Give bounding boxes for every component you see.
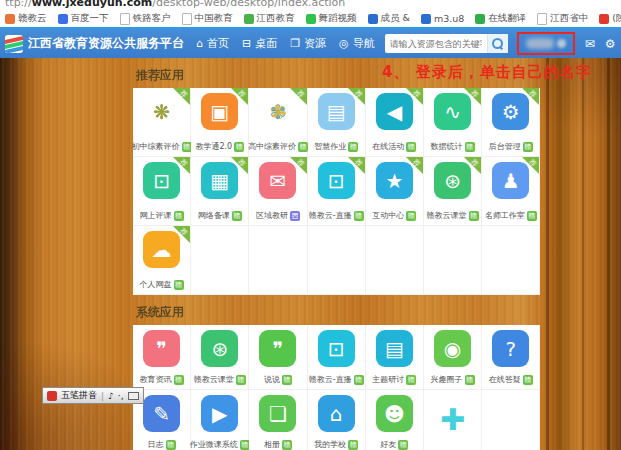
app-tile-赣教云课堂[interactable]: 荐⊛赣教云课堂赣 — [424, 157, 482, 226]
nav-item-资源[interactable]: ❐资源 — [290, 36, 326, 51]
bookmark-item[interactable]: 中国教育 — [182, 12, 233, 25]
favicon-icon — [421, 14, 431, 24]
empty-tile — [424, 226, 482, 295]
bookmark-item[interactable]: 江西教育 — [244, 12, 295, 25]
app-tile-网络备课[interactable]: 荐▦网络备课赣 — [191, 157, 249, 226]
pinwheel-icon: ✾✾ — [259, 93, 296, 130]
empty-tile — [249, 226, 307, 295]
app-tile-后台管理[interactable]: 荐⚙后台管理赣 — [482, 88, 540, 157]
app-tile-我的学校[interactable]: ⌂我的学校赣 — [308, 390, 366, 450]
app-tile-在线活动[interactable]: 荐◀在线活动赣 — [366, 88, 424, 157]
cloud-drive-icon: ☁ — [143, 231, 180, 268]
province-badge: 赣 — [174, 211, 184, 221]
screen: ttp://www.jxeduyun.com/desktop-web/deskt… — [0, 0, 621, 450]
bookmark-item[interactable]: 在线翻译 — [475, 12, 526, 25]
empty-tile — [308, 226, 366, 295]
app-tile-赣教云-直播[interactable]: ⊡赣教云-直播赣 — [308, 325, 366, 390]
app-tile-网上评课[interactable]: 荐⊡网上评课赣 — [133, 157, 191, 226]
app-label: 我的学校 — [314, 439, 346, 450]
bookmark-item[interactable]: 成员 & — [368, 12, 410, 25]
folder-icon: ❐ — [290, 37, 300, 50]
megaphone-icon: ◀ — [376, 93, 413, 130]
tile-label-row: 区域教研西 — [249, 210, 306, 221]
ime-keyboard-icon[interactable] — [128, 392, 139, 400]
section-title-recommended: 推荐应用 — [136, 67, 184, 84]
app-tile-教学通2.0[interactable]: 荐▣教学通2.0赣 — [191, 88, 249, 157]
app-tile-赣教云-直播[interactable]: 荐⊡赣教云-直播赣 — [308, 157, 366, 226]
nav-label: 资源 — [304, 36, 326, 51]
tile-label-row: 在线答疑赣 — [482, 374, 539, 385]
click-circle-icon: ◉ — [434, 330, 471, 367]
app-tile-互动中心[interactable]: 荐★互动中心赣 — [366, 157, 424, 226]
bookmark-item[interactable]: m3.u8 — [421, 13, 464, 24]
address-bar[interactable]: ttp://www.jxeduyun.com/desktop-web/deskt… — [5, 0, 345, 9]
app-tile-add[interactable]: ✚ — [424, 390, 482, 450]
ime-sound-icon[interactable]: ♪ — [108, 391, 114, 401]
stacked-play-icon: ▣ — [201, 93, 238, 130]
search-button[interactable] — [487, 34, 508, 53]
app-tile-兴趣圈子[interactable]: ◉兴趣圈子赣 — [424, 325, 482, 390]
app-tile-初中综素评价[interactable]: 荐❋❋初中综素评价赣 — [133, 88, 191, 157]
app-label: 教学通2.0 — [195, 141, 232, 152]
app-label: 在线答疑 — [489, 374, 521, 385]
app-label: 网络备课 — [198, 210, 230, 221]
app-tile-数据统计[interactable]: 荐∿数据统计赣 — [424, 88, 482, 157]
tile-row: 荐⊡网上评课赣荐▦网络备课赣荐✉区域教研西荐⊡赣教云-直播赣荐★互动中心赣荐⊛赣… — [133, 157, 541, 226]
app-tile-好友[interactable]: ☻好友赣 — [366, 390, 424, 450]
blurred-username[interactable] — [526, 38, 554, 49]
news-chat-icon: ❞ — [143, 330, 180, 367]
nav-item-桌面[interactable]: ⊟桌面 — [242, 36, 277, 51]
province-badge: 赣 — [523, 375, 533, 385]
bookmark-item[interactable]: 百度一下 — [58, 12, 109, 25]
bookmark-item[interactable]: 铁路客户 — [120, 12, 171, 25]
tile-label-row: 我的学校赣 — [308, 439, 365, 450]
bookmark-item[interactable]: 赣教云 — [5, 12, 47, 25]
tile-label-row: 互动中心赣 — [366, 210, 423, 221]
app-tile-赣教云课堂[interactable]: ⊛赣教云课堂赣 — [191, 325, 249, 390]
bookmark-item[interactable]: (陕教版) — [599, 12, 621, 25]
province-badge: 赣 — [232, 211, 242, 221]
tile-label-row: 后台管理赣 — [482, 141, 539, 152]
nav-item-导航[interactable]: ◎导航 — [339, 36, 375, 51]
app-tile-名师工作室[interactable]: 荐♟名师工作室赣 — [482, 157, 540, 226]
atom-monitor-icon: ⊛ — [201, 330, 238, 367]
url-domain: www.jxeduyun.com — [32, 0, 153, 9]
bookmark-item[interactable]: 舞蹈视频 — [306, 12, 357, 25]
app-tile-个人网盘[interactable]: 荐☁个人网盘赣 — [133, 226, 191, 295]
search-input[interactable] — [385, 39, 487, 49]
bookmark-label: 中国教育 — [195, 12, 233, 25]
bookmark-label: 舞蹈视频 — [319, 12, 357, 25]
app-tile-相册[interactable]: ❏相册赣 — [249, 390, 307, 450]
app-label: 网上评课 — [140, 210, 172, 221]
bookmark-item[interactable]: 江西省中 — [537, 12, 588, 25]
app-tile-在线答疑[interactable]: ?在线答疑赣 — [482, 325, 540, 390]
ime-punct-icon[interactable]: ·‚ — [118, 391, 124, 401]
bookmark-label: m3.u8 — [434, 13, 464, 24]
app-label: 作业微课系统 — [190, 439, 238, 450]
app-tile-主题研讨[interactable]: ▤主题研讨赣 — [366, 325, 424, 390]
empty-tile — [482, 226, 540, 295]
province-badge: 赣 — [348, 142, 358, 152]
app-tile-说说[interactable]: ❞说说赣 — [249, 325, 307, 390]
ime-mode-label[interactable]: 五笔拼音 — [61, 389, 97, 402]
site-logo-icon[interactable] — [5, 35, 23, 53]
app-label: 赣教云课堂 — [194, 374, 234, 385]
ime-separator: | — [101, 391, 104, 401]
school-icon: ⌂ — [318, 395, 355, 432]
favicon-icon — [58, 14, 68, 24]
app-tile-智慧作业[interactable]: 荐▤智慧作业赣 — [308, 88, 366, 157]
username-highlight-box[interactable] — [517, 32, 575, 55]
ime-logo-icon[interactable] — [47, 391, 57, 401]
app-tile-教育资讯[interactable]: ❞教育资讯赣 — [133, 325, 191, 390]
tile-label-row: 在线活动赣 — [366, 141, 423, 152]
app-tile-区域教研[interactable]: 荐✉区域教研西 — [249, 157, 307, 226]
settings-icon[interactable]: ⚙ — [605, 38, 616, 50]
province-badge: 赣 — [465, 142, 475, 152]
nav-item-首页[interactable]: ⌂首页 — [196, 36, 229, 51]
province-badge: 赣 — [240, 440, 250, 450]
app-tile-作业微课系统[interactable]: ▶作业微课系统赣 — [191, 390, 249, 450]
app-tile-高中综素评价[interactable]: 荐✾✾高中综素评价赣 — [249, 88, 307, 157]
app-label: 初中综素评价 — [132, 141, 180, 152]
mail-icon[interactable]: ✉ — [585, 38, 595, 50]
ime-toolbar[interactable]: 五笔拼音 | ♪ ·‚ — [42, 387, 144, 404]
